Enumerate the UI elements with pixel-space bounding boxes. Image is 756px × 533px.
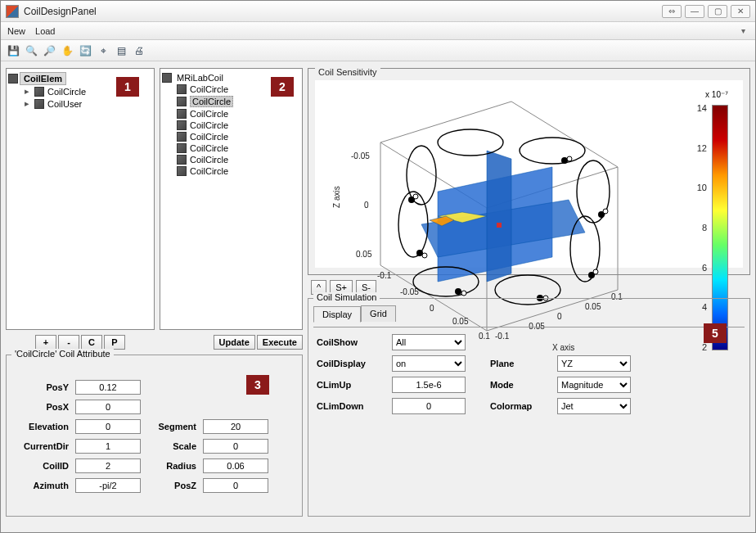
input-posy[interactable] <box>75 380 141 395</box>
lbl-climdown: CLimDown <box>313 401 379 411</box>
add-button[interactable]: + <box>35 335 56 350</box>
svg-point-38 <box>567 156 572 161</box>
input-radius[interactable] <box>203 458 268 473</box>
tree2-item-7[interactable]: CoilCircle <box>162 165 300 177</box>
rotate-icon[interactable]: 🔄 <box>78 43 92 58</box>
input-climdown[interactable] <box>392 398 466 414</box>
colorbar-icon[interactable]: ▤ <box>114 43 128 58</box>
toolbar: 💾 🔍 🔎 ✋ 🔄 ⌖ ▤ 🖨 <box>1 40 755 61</box>
svg-text:0.05: 0.05 <box>356 250 372 259</box>
maximize-button[interactable]: ▢ <box>708 5 727 18</box>
svg-point-24 <box>520 138 585 164</box>
lbl-radius: Radius <box>147 461 196 471</box>
input-climup[interactable] <box>392 377 466 393</box>
attribute-title: 'CoilCircle' Coil Attribute <box>11 349 114 359</box>
svg-point-36 <box>603 209 608 214</box>
print-icon[interactable]: 🖨 <box>132 43 146 58</box>
save-icon[interactable]: 💾 <box>6 43 20 58</box>
help-button[interactable]: ⇔ <box>662 5 682 18</box>
lbl-mode: Mode <box>487 380 544 390</box>
input-currentdir[interactable] <box>75 439 141 454</box>
lbl-plane: Plane <box>487 359 544 368</box>
tree2-item-3[interactable]: CoilCircle <box>162 120 300 131</box>
tree2-item-1[interactable]: CoilCircle <box>162 95 300 108</box>
input-scale[interactable] <box>203 439 268 454</box>
paste-button[interactable]: P <box>104 335 125 350</box>
input-elevation[interactable] <box>75 419 141 434</box>
svg-marker-15 <box>487 151 511 282</box>
copy-button[interactable]: C <box>81 335 102 350</box>
badge-2: 2 <box>271 77 294 97</box>
plot-area[interactable]: x 10⁻⁷ 14 12 10 8 6 4 2 <box>315 80 743 268</box>
execute-button[interactable]: Execute <box>257 335 303 350</box>
input-coilid[interactable] <box>75 458 141 473</box>
lbl-coildisplay: CoilDisplay <box>313 359 379 368</box>
tree2-item-5[interactable]: CoilCircle <box>162 142 300 154</box>
input-azimuth[interactable] <box>75 478 141 493</box>
close-button[interactable]: ✕ <box>731 5 750 18</box>
tab-display[interactable]: Display <box>313 306 361 323</box>
app-icon <box>6 5 19 18</box>
tree2-root[interactable]: MRiLabCoil <box>173 72 227 84</box>
plot-title: Coil Sensitivity <box>315 67 380 77</box>
svg-point-30 <box>461 291 466 296</box>
lbl-azimuth: Azimuth <box>11 481 69 490</box>
select-coilshow[interactable]: All <box>392 334 466 350</box>
right-column: Coil Sensitivity 4 x 10⁻⁷ 14 12 10 8 6 4 <box>308 68 750 517</box>
tree1-item-1[interactable]: ▸CoilUser <box>8 97 152 110</box>
tree2-item-4[interactable]: CoilCircle <box>162 131 300 142</box>
svg-text:0: 0 <box>364 201 369 210</box>
update-button[interactable]: Update <box>214 335 255 350</box>
datacursor-icon[interactable]: ⌖ <box>96 43 110 58</box>
svg-point-28 <box>422 253 427 258</box>
pan-icon[interactable]: ✋ <box>60 43 74 58</box>
library-tree[interactable]: CoilElem ▸CoilCircle ▸CoilUser 1 <box>6 68 155 330</box>
tab-grid[interactable]: Grid <box>361 305 396 322</box>
menu-overflow-icon[interactable]: ▾ <box>741 26 749 35</box>
menu-bar: New Load ▾ <box>1 22 755 40</box>
simulation-title: Coil Simulation <box>313 292 380 302</box>
menu-load[interactable]: Load <box>35 26 55 36</box>
design-tree[interactable]: MRiLabCoil CoilCircle CoilCircle CoilCir… <box>160 68 303 330</box>
select-coildisplay[interactable]: on <box>392 355 466 372</box>
remove-button[interactable]: - <box>58 335 79 350</box>
window-root: CoilDesignPanel ⇔ — ▢ ✕ New Load ▾ 💾 🔍 🔎… <box>0 0 756 533</box>
input-posx[interactable] <box>75 400 141 414</box>
simulation-group: Coil Simulation 5 Display Grid CoilShow … <box>308 298 750 517</box>
select-mode[interactable]: Magnitude <box>557 377 631 393</box>
zoom-in-icon[interactable]: 🔍 <box>24 43 38 58</box>
tree1-root[interactable]: CoilElem <box>20 72 66 85</box>
lbl-scale: Scale <box>147 441 196 451</box>
input-posz[interactable] <box>203 478 268 493</box>
colorbar-exponent: x 10⁻⁷ <box>705 90 728 99</box>
lbl-posz: PosZ <box>147 481 196 490</box>
svg-text:-0.05: -0.05 <box>351 151 370 160</box>
lbl-segment: Segment <box>147 422 196 431</box>
input-segment[interactable] <box>203 419 268 434</box>
svg-point-40 <box>413 194 418 199</box>
content: CoilElem ▸CoilCircle ▸CoilUser 1 MRiLabC… <box>1 63 755 532</box>
lbl-climup: CLimUp <box>313 380 379 390</box>
lbl-coilid: CoilID <box>11 461 69 471</box>
tree2-item-2[interactable]: CoilCircle <box>162 108 300 120</box>
tree2-item-6[interactable]: CoilCircle <box>162 154 300 165</box>
left-column: CoilElem ▸CoilCircle ▸CoilUser 1 MRiLabC… <box>6 68 303 517</box>
svg-point-26 <box>407 146 436 205</box>
lbl-colormap: Colormap <box>487 401 544 411</box>
select-colormap[interactable]: Jet <box>557 398 631 414</box>
badge-5: 5 <box>704 323 727 343</box>
select-plane[interactable]: YZ <box>557 355 631 372</box>
badge-3: 3 <box>246 375 269 395</box>
lbl-posx: PosX <box>11 402 69 412</box>
lbl-posy: PosY <box>11 382 69 392</box>
plot-panel: Coil Sensitivity 4 x 10⁻⁷ 14 12 10 8 6 4 <box>308 68 750 275</box>
lbl-currentdir: CurrentDir <box>11 441 69 451</box>
badge-1: 1 <box>116 77 139 97</box>
svg-rect-18 <box>497 223 502 228</box>
menu-new[interactable]: New <box>7 26 25 36</box>
svg-point-25 <box>438 129 503 156</box>
zoom-out-icon[interactable]: 🔎 <box>42 43 56 58</box>
minimize-button[interactable]: — <box>685 5 704 18</box>
window-title: CoilDesignPanel <box>24 6 97 17</box>
lbl-coilshow: CoilShow <box>313 337 379 347</box>
